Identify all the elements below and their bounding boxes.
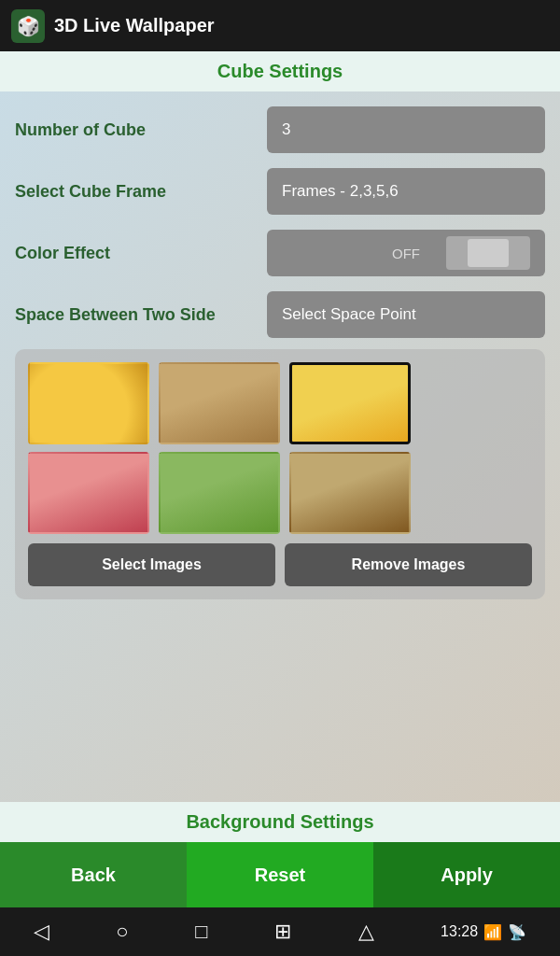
main-content: Number of Cube 3 Select Cube Frame Frame… <box>0 91 560 802</box>
background-settings-header: Background Settings <box>0 802 560 842</box>
nav-signal-icon: 📡 <box>508 923 526 941</box>
select-cube-frame-row: Select Cube Frame Frames - 2,3,5,6 <box>15 164 545 218</box>
app-icon-symbol: 🎲 <box>17 15 40 37</box>
space-between-dropdown[interactable]: Select Space Point <box>267 291 545 338</box>
app-title: 3D Live Wallpaper <box>54 15 215 36</box>
reset-button[interactable]: Reset <box>187 842 373 907</box>
nav-wifi-icon: 📶 <box>483 923 502 941</box>
space-between-label: Space Between Two Side <box>15 305 267 325</box>
gallery-section: Select Images Remove Images <box>15 349 545 599</box>
gallery-row-1 <box>28 362 532 444</box>
select-images-button[interactable]: Select Images <box>28 543 275 586</box>
space-between-row: Space Between Two Side Select Space Poin… <box>15 288 545 342</box>
select-cube-frame-label: Select Cube Frame <box>15 182 267 202</box>
nav-bar: ◁ ○ □ ⊞ △ 13:28 📶 📡 <box>0 907 560 956</box>
title-bar: 🎲 3D Live Wallpaper <box>0 0 560 51</box>
select-cube-frame-value: Frames - 2,3,5,6 <box>282 182 399 201</box>
nav-time: 13:28 <box>441 923 478 940</box>
back-button[interactable]: Back <box>0 842 187 907</box>
gallery-grid <box>28 362 532 534</box>
number-of-cube-row: Number of Cube 3 <box>15 103 545 157</box>
gallery-image-puppies[interactable] <box>159 362 280 444</box>
nav-status: 13:28 📶 📡 <box>441 923 526 941</box>
gallery-row-2 <box>28 452 532 534</box>
space-between-value: Select Space Point <box>282 305 416 324</box>
select-cube-frame-dropdown[interactable]: Frames - 2,3,5,6 <box>267 168 545 215</box>
remove-images-button[interactable]: Remove Images <box>285 543 532 586</box>
number-of-cube-label: Number of Cube <box>15 120 267 140</box>
color-effect-toggle[interactable]: OFF <box>267 230 545 276</box>
number-of-cube-input[interactable]: 3 <box>267 106 545 153</box>
nav-home-icon[interactable]: ○ <box>116 920 128 944</box>
nav-recents-icon[interactable]: □ <box>195 920 207 944</box>
app-icon: 🎲 <box>11 9 45 43</box>
gallery-image-bird[interactable] <box>28 362 149 444</box>
number-of-cube-value: 3 <box>282 120 290 139</box>
cube-settings-title: Cube Settings <box>217 61 343 81</box>
nav-grid-icon[interactable]: ⊞ <box>274 920 291 944</box>
gallery-image-hedgehog[interactable] <box>289 452 411 534</box>
toggle-knob-inner <box>468 239 509 267</box>
cube-settings-header: Cube Settings <box>0 51 560 91</box>
gallery-image-girl[interactable] <box>28 452 149 534</box>
color-effect-label: Color Effect <box>15 244 267 263</box>
toggle-knob[interactable] <box>446 236 530 270</box>
apply-button[interactable]: Apply <box>373 842 560 907</box>
color-effect-value: OFF <box>392 246 420 261</box>
nav-back-icon[interactable]: ◁ <box>34 920 49 944</box>
gallery-buttons: Select Images Remove Images <box>28 543 532 586</box>
action-buttons: Back Reset Apply <box>0 842 560 907</box>
background-settings-title: Background Settings <box>186 811 373 832</box>
color-effect-row: Color Effect OFF <box>15 226 545 280</box>
nav-up-icon[interactable]: △ <box>358 920 374 944</box>
gallery-image-bunny[interactable] <box>159 452 280 534</box>
gallery-image-chicks[interactable] <box>289 362 411 444</box>
